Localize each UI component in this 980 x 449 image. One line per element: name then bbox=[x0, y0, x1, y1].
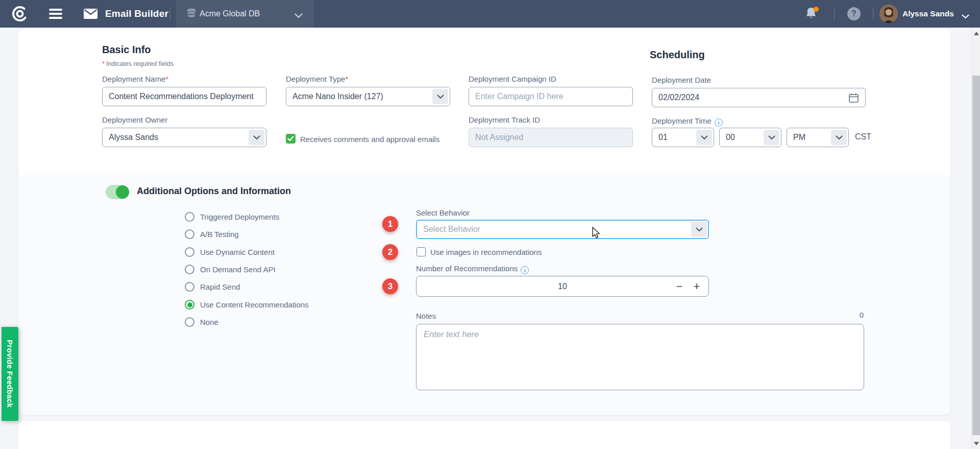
chevron-down-icon bbox=[295, 11, 303, 20]
scroll-down-arrow[interactable] bbox=[972, 439, 980, 448]
deployment-campaign-id-input[interactable] bbox=[469, 87, 633, 106]
decrement-button[interactable]: − bbox=[672, 276, 687, 296]
deployment-form-card: Basic Info *Indicates required fields Sc… bbox=[18, 29, 950, 415]
vertical-scrollbar[interactable] bbox=[971, 28, 980, 449]
receives-comments-checkbox[interactable] bbox=[286, 134, 296, 144]
chevron-down-icon bbox=[691, 222, 707, 237]
deployment-date-input[interactable] bbox=[652, 88, 866, 107]
notes-char-count: 0 bbox=[817, 311, 864, 319]
email-builder-screen: Email Builder Acme Global DB bbox=[0, 0, 980, 449]
user-avatar[interactable] bbox=[879, 5, 898, 23]
topbar-divider bbox=[834, 8, 835, 20]
recommendations-stepper: 10 − + bbox=[416, 276, 709, 297]
user-menu-chevron-icon[interactable] bbox=[962, 12, 969, 21]
additional-options-heading: Additional Options and Information bbox=[137, 186, 291, 197]
recommendations-count-value[interactable]: 10 bbox=[416, 276, 708, 296]
chevron-down-icon bbox=[696, 130, 712, 145]
chevron-down-icon bbox=[831, 130, 847, 145]
app-title: Email Builder bbox=[105, 0, 168, 28]
basic-info-heading: Basic Info bbox=[102, 44, 151, 56]
deployment-owner-select[interactable]: Alyssa Sands bbox=[102, 128, 266, 147]
deployment-owner-label: Deployment Owner bbox=[102, 115, 167, 124]
chevron-down-icon bbox=[249, 130, 264, 145]
timezone-label: CST bbox=[855, 132, 871, 141]
deployment-name-input[interactable] bbox=[102, 87, 266, 106]
topbar-divider bbox=[170, 7, 170, 21]
info-icon[interactable]: i bbox=[521, 266, 529, 274]
select-behavior-select[interactable]: Select Behavior bbox=[416, 220, 709, 239]
database-icon bbox=[186, 8, 197, 21]
notifications-bell-icon[interactable] bbox=[805, 7, 819, 21]
receives-comments-label[interactable]: Receives comments and approval emails bbox=[300, 135, 439, 144]
provide-feedback-button[interactable]: Provide Feedback bbox=[2, 327, 18, 421]
deployment-campaign-id-label: Deployment Campaign ID bbox=[469, 75, 556, 83]
annotation-badge-2: 2 bbox=[382, 244, 398, 260]
time-hour-select[interactable]: 01 bbox=[652, 128, 714, 147]
calendar-icon[interactable] bbox=[849, 93, 859, 105]
email-builder-icon bbox=[84, 9, 97, 21]
database-name: Acme Global DB bbox=[200, 0, 260, 28]
number-of-recommendations-label: Number of Recommendationsi bbox=[416, 264, 529, 274]
app-logo-icon[interactable] bbox=[11, 5, 29, 22]
chevron-down-icon bbox=[764, 130, 779, 145]
user-name[interactable]: Alyssa Sands bbox=[902, 0, 954, 28]
next-section-card bbox=[18, 421, 950, 449]
time-meridiem-select[interactable]: PM bbox=[787, 128, 849, 147]
deployment-name-label: Deployment Name* bbox=[102, 75, 168, 83]
help-icon[interactable]: ? bbox=[847, 7, 861, 20]
select-behavior-label: Select Behavior bbox=[416, 208, 470, 217]
additional-options-toggle[interactable] bbox=[106, 185, 129, 199]
deployment-track-id-label: Deployment Track ID bbox=[469, 115, 540, 124]
deployment-date-label: Deployment Date bbox=[652, 76, 711, 84]
deployment-track-id-input bbox=[469, 128, 633, 147]
scheduling-heading: Scheduling bbox=[650, 49, 705, 61]
notes-textarea[interactable] bbox=[416, 324, 864, 390]
scrollbar-thumb[interactable] bbox=[972, 76, 980, 435]
annotation-badge-3: 3 bbox=[382, 278, 398, 294]
increment-button[interactable]: + bbox=[689, 276, 704, 296]
scroll-up-arrow[interactable] bbox=[972, 29, 980, 38]
required-fields-note: *Indicates required fields bbox=[102, 60, 174, 67]
annotation-badge-1: 1 bbox=[382, 216, 398, 232]
deployment-type-label: Deployment Type* bbox=[286, 75, 348, 83]
use-images-checkbox[interactable] bbox=[416, 247, 426, 256]
topbar: Email Builder Acme Global DB bbox=[0, 0, 980, 28]
notes-label: Notes bbox=[416, 312, 436, 320]
deployment-type-select[interactable]: Acme Nano Insider (127) bbox=[286, 87, 450, 106]
topbar-divider bbox=[873, 8, 873, 20]
toggle-knob bbox=[116, 185, 129, 199]
time-minute-select[interactable]: 00 bbox=[719, 128, 781, 147]
chevron-down-icon bbox=[432, 89, 448, 104]
deployment-time-label: Deployment Timei bbox=[652, 116, 723, 127]
use-images-label[interactable]: Use images in recommendations bbox=[430, 248, 542, 256]
database-selector[interactable]: Acme Global DB bbox=[176, 0, 314, 28]
notification-dot bbox=[814, 7, 819, 12]
info-icon[interactable]: i bbox=[715, 119, 723, 127]
hamburger-menu-icon[interactable] bbox=[49, 9, 62, 19]
